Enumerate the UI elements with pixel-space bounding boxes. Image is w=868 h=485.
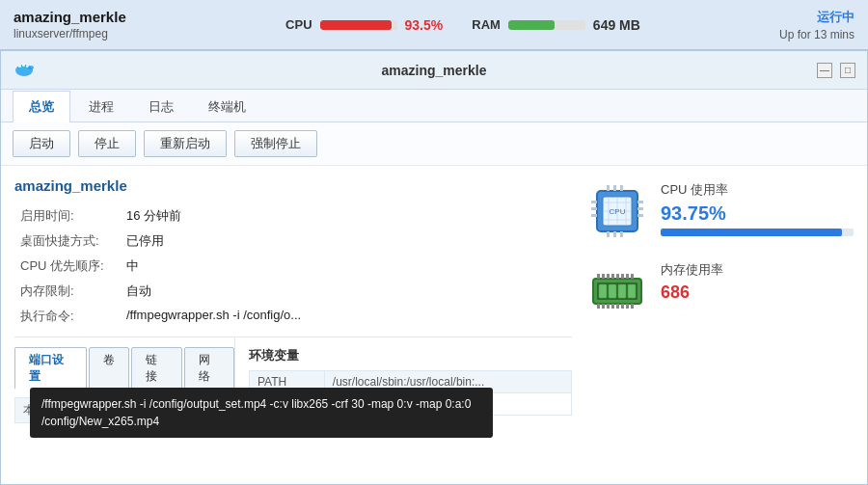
table-row: 内存限制: 自动 <box>14 279 572 304</box>
shortcut-value: 已停用 <box>121 229 572 254</box>
memory-chip-icon <box>587 261 647 321</box>
restart-button[interactable]: 重新启动 <box>144 130 227 157</box>
sub-tab-links[interactable]: 链接 <box>131 347 182 390</box>
main-window: amazing_merkle — □ 总览 进程 日志 终端机 启动 停止 重新… <box>0 50 868 485</box>
actions-row: 启动 停止 重新启动 强制停止 <box>1 122 867 166</box>
svg-rect-43 <box>607 274 610 279</box>
svg-rect-48 <box>631 274 634 279</box>
cpu-priority-value: 中 <box>121 254 572 279</box>
cpu-usage-title: CPU 使用率 <box>661 181 854 199</box>
svg-rect-45 <box>616 274 619 279</box>
svg-rect-38 <box>621 304 624 309</box>
svg-rect-14 <box>607 185 610 191</box>
table-row: CPU 优先顺序: 中 <box>14 254 572 279</box>
cpu-chip-icon: CPU <box>587 181 647 241</box>
bottom-left: 端口设置 卷 链接 网络 本地端口 容器端口 类型 <box>14 337 234 423</box>
sub-tab-network[interactable]: 网络 <box>184 347 235 390</box>
cpu-usage-value: 93.75% <box>661 202 854 225</box>
ports-table: 本地端口 容器端口 类型 <box>14 397 234 423</box>
svg-rect-30 <box>609 284 616 298</box>
svg-rect-19 <box>620 231 623 237</box>
cpu-metric-group: CPU 93.5% <box>285 17 443 33</box>
tab-overview[interactable]: 总览 <box>13 91 70 122</box>
env-row-home: HOME /root <box>250 393 572 416</box>
col-local-port: 本地端口 <box>15 398 98 423</box>
ram-value: 649 MB <box>593 17 640 33</box>
env-val-home: /root <box>324 393 571 416</box>
header-left: amazing_merkle linuxserver/ffmpeg <box>14 9 206 40</box>
env-table: PATH /usr/local/sbin:/usr/local/bin:... … <box>249 370 572 416</box>
svg-rect-13 <box>637 214 643 217</box>
cpu-usage-block: CPU 使用率 93.75% <box>661 181 854 236</box>
cpu-progress-fill <box>320 20 393 30</box>
sub-tab-volumes[interactable]: 卷 <box>89 347 129 390</box>
svg-rect-39 <box>626 304 629 309</box>
svg-rect-18 <box>613 231 616 237</box>
ram-label: RAM <box>472 17 501 32</box>
table-row: 桌面快捷方式: 已停用 <box>14 229 572 254</box>
ram-metric-group: RAM 649 MB <box>472 17 640 33</box>
status-badge: 运行中 <box>719 9 854 26</box>
maximize-button[interactable]: □ <box>840 63 855 78</box>
container-image: linuxserver/ffmpeg <box>14 27 206 40</box>
svg-rect-40 <box>631 304 634 309</box>
svg-rect-34 <box>602 304 605 309</box>
exec-cmd-label: 执行命令: <box>14 304 121 329</box>
header-status: 运行中 Up for 13 mins <box>719 9 854 41</box>
env-section-title: 环境变量 <box>249 347 572 364</box>
sub-tab-ports[interactable]: 端口设置 <box>14 347 87 390</box>
svg-rect-15 <box>613 185 616 191</box>
force-stop-button[interactable]: 强制停止 <box>234 130 317 157</box>
svg-rect-10 <box>591 214 597 217</box>
svg-rect-16 <box>620 185 623 191</box>
cpu-row: CPU CPU 使用率 93.75% <box>587 181 854 250</box>
env-val-header: /usr/local/sbin:/usr/local/bin:... <box>324 371 571 393</box>
memory-usage-title: 内存使用率 <box>661 261 723 279</box>
sub-tabs: 端口设置 卷 链接 网络 <box>14 347 234 390</box>
svg-rect-47 <box>626 274 629 279</box>
container-name-header: amazing_merkle <box>14 9 206 25</box>
tab-log[interactable]: 日志 <box>132 91 190 122</box>
header-bar: amazing_merkle linuxserver/ffmpeg CPU 93… <box>0 0 868 50</box>
overview-container-name: amazing_merkle <box>14 177 572 194</box>
svg-rect-36 <box>611 304 614 309</box>
uptime-value: 16 分钟前 <box>121 203 572 229</box>
svg-rect-12 <box>637 207 643 210</box>
table-row: 执行命令: /ffmpegwrapper.sh -i /config/o... <box>14 304 572 329</box>
left-panel: amazing_merkle 启用时间: 16 分钟前 桌面快捷方式: 已停用 … <box>14 177 572 472</box>
exec-cmd-value: /ffmpegwrapper.sh -i /config/o... <box>121 304 572 329</box>
svg-rect-33 <box>597 304 600 309</box>
svg-rect-3 <box>22 64 25 67</box>
right-panel: CPU CPU 使用率 93.75% <box>587 177 854 472</box>
stop-button[interactable]: 停止 <box>78 130 136 157</box>
ram-progress-bar <box>508 20 585 30</box>
minimize-button[interactable]: — <box>817 63 832 78</box>
docker-whale-icon <box>13 57 36 80</box>
svg-rect-11 <box>637 201 643 203</box>
cpu-priority-label: CPU 优先顺序: <box>14 254 121 279</box>
tab-terminal[interactable]: 终端机 <box>192 91 262 122</box>
main-content: amazing_merkle 启用时间: 16 分钟前 桌面快捷方式: 已停用 … <box>1 166 867 484</box>
memory-limit-value: 自动 <box>121 279 572 304</box>
env-key-home: HOME <box>250 393 325 416</box>
svg-rect-31 <box>618 284 626 298</box>
table-row: 启用时间: 16 分钟前 <box>14 203 572 229</box>
col-type: 类型 <box>181 398 233 423</box>
svg-rect-37 <box>616 304 619 309</box>
cpu-label: CPU <box>285 17 312 32</box>
window-titlebar: amazing_merkle — □ <box>1 51 867 90</box>
tab-process[interactable]: 进程 <box>72 91 130 122</box>
window-controls[interactable]: — □ <box>817 63 855 78</box>
shortcut-label: 桌面快捷方式: <box>14 229 121 254</box>
svg-rect-44 <box>611 274 614 279</box>
env-key-header: PATH <box>250 371 325 393</box>
main-tabs: 总览 进程 日志 终端机 <box>1 90 867 122</box>
cpu-usage-bar <box>661 229 854 236</box>
svg-rect-46 <box>621 274 624 279</box>
header-metrics: CPU 93.5% RAM 649 MB <box>206 17 719 33</box>
start-button[interactable]: 启动 <box>13 130 70 157</box>
svg-point-5 <box>28 66 34 69</box>
window-title: amazing_merkle <box>51 63 817 78</box>
svg-rect-29 <box>599 284 607 298</box>
svg-rect-9 <box>591 207 597 210</box>
